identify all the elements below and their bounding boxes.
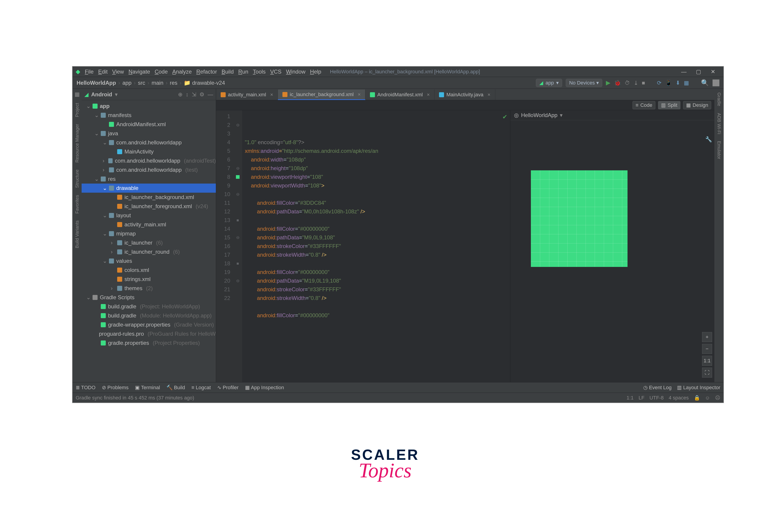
stop-button[interactable]: ■ bbox=[642, 80, 645, 86]
search-button[interactable]: 🔍 bbox=[701, 79, 709, 87]
tab-problems[interactable]: ⊘ Problems bbox=[102, 385, 128, 391]
tab-gradle[interactable]: Gradle bbox=[716, 91, 722, 107]
tab-logcat[interactable]: ≡ Logcat bbox=[191, 385, 211, 391]
preview-target-label[interactable]: HelloWorldApp bbox=[521, 112, 557, 118]
tree-node[interactable]: build.gradle(Project: HelloWorldApp) bbox=[82, 302, 216, 311]
editor-tab[interactable]: activity_main.xml× bbox=[216, 90, 278, 100]
breadcrumb-item[interactable]: 📁 drawable-v24 bbox=[184, 80, 225, 86]
sidebar-view-label[interactable]: Android bbox=[91, 91, 112, 98]
tree-node[interactable]: ›com.android.helloworldapp(test) bbox=[82, 165, 216, 174]
tab-terminal[interactable]: ▣ Terminal bbox=[135, 385, 160, 391]
tree-node[interactable]: ⌄drawable bbox=[82, 184, 216, 193]
tree-node[interactable]: ⌄layout bbox=[82, 211, 216, 220]
menu-analyze[interactable]: Analyze bbox=[170, 68, 194, 76]
tree-node[interactable]: ⌄values bbox=[82, 256, 216, 266]
tree-node[interactable]: ›themes(2) bbox=[82, 284, 216, 293]
tab-build[interactable]: 🔨 Build bbox=[166, 385, 185, 391]
tree-node[interactable]: ›com.android.helloworldapp(androidTest) bbox=[82, 156, 216, 165]
editor-tab[interactable]: AndroidManifest.xml× bbox=[365, 90, 434, 100]
lock-icon[interactable]: 🔒 bbox=[694, 395, 700, 401]
code-editor[interactable]: 12345678910111213141516171819202122 ⊖⊖⊖■… bbox=[216, 110, 510, 382]
project-tree[interactable]: ⌄app⌄manifestsAndroidManifest.xml⌄java⌄c… bbox=[82, 100, 216, 382]
menu-tools[interactable]: Tools bbox=[251, 68, 268, 76]
avd-button[interactable]: 📱 bbox=[665, 80, 672, 86]
tree-node[interactable]: ⌄app bbox=[82, 102, 216, 111]
settings-button[interactable]: ⚙ bbox=[200, 91, 205, 98]
tab-layout-inspector[interactable]: ▥ Layout Inspector bbox=[677, 385, 720, 391]
sync-button[interactable]: ⟳ bbox=[657, 80, 662, 86]
tab-build-variants[interactable]: Build Variants bbox=[74, 219, 80, 250]
run-button[interactable]: ▶ bbox=[606, 79, 611, 86]
tab-app-inspection[interactable]: ▦ App Inspection bbox=[245, 385, 284, 391]
editor-tab[interactable]: ic_launcher_background.xml× bbox=[278, 90, 365, 100]
zoom-in-button[interactable]: + bbox=[702, 332, 712, 342]
tab-profiler[interactable]: ∿ Profiler bbox=[217, 385, 239, 391]
wrench-icon[interactable]: 🔧 bbox=[705, 136, 712, 143]
menu-vcs[interactable]: VCS bbox=[268, 68, 284, 76]
tree-node[interactable]: activity_main.xml bbox=[82, 220, 216, 229]
tab-favorites[interactable]: Favorites bbox=[74, 194, 80, 215]
tree-node[interactable]: strings.xml bbox=[82, 275, 216, 284]
view-split-button[interactable]: ▥ Split bbox=[658, 101, 680, 109]
view-design-button[interactable]: ▦ Design bbox=[683, 101, 711, 109]
zoom-fit-button[interactable]: ⛶ bbox=[702, 368, 712, 378]
expand-button[interactable]: ⇲ bbox=[192, 91, 196, 98]
tree-node[interactable]: ic_launcher_foreground.xml(v24) bbox=[82, 202, 216, 211]
tab-adb-wifi[interactable]: ADB Wi-Fi bbox=[716, 112, 722, 136]
caret-position[interactable]: 1:1 bbox=[627, 395, 634, 401]
tab-event-log[interactable]: ◷ Event Log bbox=[643, 385, 672, 391]
locate-button[interactable]: ⊕ bbox=[178, 91, 182, 98]
layout-inspector-icon[interactable]: ▦ bbox=[684, 80, 689, 86]
run-config-selector[interactable]: ◢app▾ bbox=[536, 79, 562, 87]
menu-edit[interactable]: Edit bbox=[96, 68, 110, 76]
face-sad-icon[interactable]: ☹ bbox=[715, 395, 720, 401]
editor-tab[interactable]: MainActivity.java× bbox=[434, 90, 495, 100]
menu-file[interactable]: File bbox=[82, 68, 96, 76]
tree-node[interactable]: ⌄Gradle Scripts bbox=[82, 293, 216, 302]
tree-node[interactable]: gradle-wrapper.properties(Gradle Version… bbox=[82, 320, 216, 329]
tree-node[interactable]: ›ic_launcher_round(6) bbox=[82, 247, 216, 256]
tree-node[interactable]: ⌄java bbox=[82, 129, 216, 138]
tab-project[interactable]: Project bbox=[74, 102, 80, 118]
breadcrumb[interactable]: HelloWorldApp›app›src›main›res›📁 drawabl… bbox=[77, 80, 225, 86]
debug-button[interactable]: 🐞 bbox=[614, 80, 621, 86]
breadcrumb-item[interactable]: res bbox=[170, 80, 177, 86]
tree-node[interactable]: ⌄mipmap bbox=[82, 229, 216, 238]
menu-help[interactable]: Help bbox=[308, 68, 324, 76]
zoom-reset-button[interactable]: 1:1 bbox=[702, 356, 712, 366]
tab-emulator[interactable]: Emulator bbox=[716, 140, 722, 161]
zoom-out-button[interactable]: − bbox=[702, 344, 712, 354]
tree-node[interactable]: AndroidManifest.xml bbox=[82, 120, 216, 129]
project-tool-icon[interactable]: ▦ bbox=[74, 91, 80, 97]
sdk-button[interactable]: ⬇ bbox=[676, 80, 680, 86]
menu-refactor[interactable]: Refactor bbox=[194, 68, 219, 76]
menu-view[interactable]: View bbox=[110, 68, 126, 76]
tree-node[interactable]: build.gradle(Module: HelloWorldApp.app) bbox=[82, 311, 216, 320]
tab-todo[interactable]: ≣ TODO bbox=[76, 385, 95, 391]
tree-node[interactable]: ⌄com.android.helloworldapp bbox=[82, 138, 216, 147]
tab-resource-manager[interactable]: Resource Manager bbox=[74, 123, 80, 164]
close-button[interactable]: ✕ bbox=[706, 67, 720, 77]
line-ending[interactable]: LF bbox=[639, 395, 645, 401]
tab-structure[interactable]: Structure bbox=[74, 168, 80, 189]
tree-node[interactable]: ⌄manifests bbox=[82, 111, 216, 120]
tree-node[interactable]: MainActivity bbox=[82, 147, 216, 156]
minimize-button[interactable]: — bbox=[677, 67, 691, 77]
menu-build[interactable]: Build bbox=[219, 68, 236, 76]
breadcrumb-item[interactable]: app bbox=[122, 80, 131, 86]
tree-node[interactable]: ⌄res bbox=[82, 174, 216, 184]
maximize-button[interactable]: ▢ bbox=[691, 67, 706, 77]
tree-node[interactable]: colors.xml bbox=[82, 266, 216, 275]
tree-node[interactable]: ›ic_launcher(6) bbox=[82, 238, 216, 247]
hide-button[interactable]: — bbox=[208, 91, 213, 98]
breadcrumb-item[interactable]: main bbox=[151, 80, 163, 86]
user-icon[interactable] bbox=[713, 79, 719, 86]
encoding[interactable]: UTF-8 bbox=[650, 395, 664, 401]
menu-navigate[interactable]: Navigate bbox=[126, 68, 152, 76]
breadcrumb-item[interactable]: HelloWorldApp bbox=[77, 80, 116, 86]
sort-button[interactable]: ↕ bbox=[186, 91, 188, 98]
tree-node[interactable]: gradle.properties(Project Properties) bbox=[82, 338, 216, 348]
menu-run[interactable]: Run bbox=[236, 68, 251, 76]
tree-node[interactable]: proguard-rules.pro(ProGuard Rules for He… bbox=[82, 329, 216, 338]
attach-button[interactable]: ⤓ bbox=[634, 80, 638, 86]
